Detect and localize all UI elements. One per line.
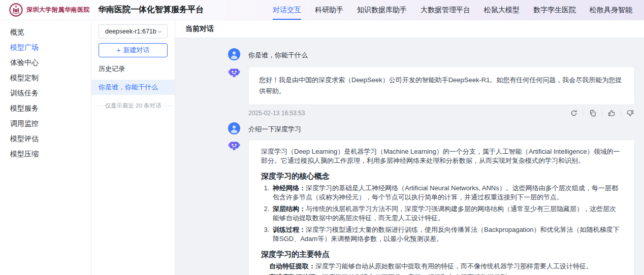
concept-term: 训练过程：	[273, 226, 306, 233]
current-conversation-header: 当前对话	[175, 20, 644, 38]
message-timestamp: 2025-02-13 16:53:53	[248, 110, 305, 117]
app-title: 华南医院一体化智算服务平台	[98, 5, 204, 15]
user-message: 你是谁，你能干什么	[228, 48, 635, 60]
list-item: 训练过程：深度学习模型通过大量的数据进行训练，使用反向传播算法（Backprop…	[271, 225, 622, 244]
ai-message: 深度学习（Deep Learning）是机器学习（Machine Learnin…	[228, 140, 635, 275]
history-item[interactable]: 你是谁，你能干什么	[91, 80, 175, 95]
ai-response-card: 您好！我是由中国的深度求索（DeepSeek）公司开发的智能助手DeepSeek…	[248, 66, 635, 105]
sidebar-item-model-customization[interactable]: 模型定制	[0, 70, 91, 85]
chat-scroll-area[interactable]: 你是谁，你能干什么 您好！我是由中国的深度求索（DeepSeek）公司开发的智能…	[175, 38, 644, 275]
ai-message: 您好！我是由中国的深度求索（DeepSeek）公司开发的智能助手DeepSeek…	[228, 66, 635, 105]
hospital-name: 深圳大学附属华南医院	[26, 6, 90, 14]
feature-text: 深度学习能够自动从原始数据中提取有用的特征，而不像传统机器学习那样需要人工设计特…	[315, 262, 593, 270]
nav-embodied-ai[interactable]: 松散具身智能	[590, 0, 632, 20]
sidebar-item-call-monitoring[interactable]: 调用监控	[0, 116, 91, 131]
nav-big-data-platform[interactable]: 大数据管理平台	[421, 0, 470, 20]
chat-main: 当前对话 你是谁，你能干什么	[175, 20, 644, 275]
model-select-dropdown[interactable]: deepseek-r1:671b	[99, 24, 168, 39]
top-nav: 对话交互 科研助手 知识数据库助手 大数据管理平台 松鼠大模型 数字孪生医院 松…	[273, 0, 632, 20]
sidebar-item-model-plaza[interactable]: 模型广场	[0, 40, 91, 55]
list-item: 神经网络：深度学习的基础是人工神经网络（Artificial Neural Ne…	[271, 184, 622, 202]
nav-research-assistant[interactable]: 科研助手	[315, 0, 343, 20]
sidebar-item-training-tasks[interactable]: 训练任务	[0, 85, 91, 100]
concept-text: 与传统的浅层机器学习方法不同，深度学习强调构建多层的网络结构（通常至少有三层隐藏…	[273, 205, 616, 222]
section-title-core-concepts: 深度学习的核心概念	[261, 171, 622, 181]
topbar: 深圳大学附属华南医院 华南医院一体化智算服务平台 对话交互 科研助手 知识数据库…	[0, 0, 644, 20]
main-layout: 概览 模型广场 体验中心 模型定制 训练任务 模型服务 调用监控 模型评估 模型…	[0, 20, 644, 275]
thumbs-up-icon[interactable]	[602, 110, 621, 117]
concept-text: 深度学习的基础是人工神经网络（Artificial Neural Network…	[273, 184, 618, 201]
message-actions	[565, 110, 635, 117]
concept-text: 深度学习模型通过大量的数据进行训练，使用反向传播算法（Backpropagati…	[273, 226, 620, 243]
concept-term: 神经网络：	[273, 184, 306, 192]
nav-knowledge-db-assistant[interactable]: 知识数据库助手	[357, 0, 407, 20]
user-avatar	[228, 48, 240, 60]
sidebar-item-experience-center[interactable]: 体验中心	[0, 55, 91, 70]
left-sidebar: 概览 模型广场 体验中心 模型定制 训练任务 模型服务 调用监控 模型评估 模型…	[0, 20, 91, 275]
nav-dialog-interaction[interactable]: 对话交互	[273, 0, 301, 20]
nav-digital-twin-hospital[interactable]: 数字孪生医院	[533, 0, 576, 20]
sidebar-item-model-services[interactable]: 模型服务	[0, 100, 91, 116]
new-chat-label: 新建对话	[123, 46, 150, 55]
list-item: 自动特征提取：深度学习能够自动从原始数据中提取有用的特征，而不像传统机器学习那样…	[269, 262, 622, 271]
deep-learning-intro: 深度学习（Deep Learning）是机器学习（Machine Learnin…	[261, 147, 622, 165]
new-chat-button[interactable]: + 新建对话	[99, 43, 168, 57]
chevron-down-icon	[157, 29, 163, 35]
hospital-emblem-icon	[9, 3, 23, 17]
sidebar-item-model-evaluation[interactable]: 模型评估	[0, 131, 91, 146]
main-features-list: 自动特征提取：深度学习能够自动从原始数据中提取有用的特征，而不像传统机器学习那样…	[269, 262, 622, 275]
nav-squirrel-llm[interactable]: 松鼠大模型	[484, 0, 520, 20]
list-item: 高维度数据处理：深度学习特别适合处理图像、音频、视频和文本等高维数据类型。	[269, 273, 622, 275]
message-meta-row: 2025-02-13 16:53:53	[248, 109, 635, 117]
core-concepts-list: 神经网络：深度学习的基础是人工神经网络（Artificial Neural Ne…	[261, 184, 622, 244]
thumbs-down-icon[interactable]	[621, 110, 635, 117]
refresh-icon[interactable]	[565, 110, 583, 117]
list-item: 深层结构：与传统的浅层机器学习方法不同，深度学习强调构建多层的网络结构（通常至少…	[271, 204, 622, 223]
user-avatar	[228, 122, 240, 134]
hospital-logo: 深圳大学附属华南医院	[9, 3, 90, 17]
history-footer-note: 仅显示最近 20 条对话	[94, 102, 172, 110]
model-select-value: deepseek-r1:671b	[105, 28, 156, 35]
copy-icon[interactable]	[583, 110, 602, 117]
ai-response-card: 深度学习（Deep Learning）是机器学习（Machine Learnin…	[248, 140, 635, 275]
user-message-text: 你是谁，你能干什么	[248, 48, 308, 60]
sidebar-item-overview[interactable]: 概览	[0, 24, 91, 40]
plus-icon: +	[116, 47, 120, 54]
concept-term: 深层结构：	[273, 205, 306, 213]
sidebar-item-model-compression[interactable]: 模型压缩	[0, 146, 91, 161]
ai-robot-avatar	[228, 66, 240, 79]
feature-term: 自动特征提取：	[269, 262, 315, 270]
ai-robot-avatar	[228, 140, 240, 152]
user-message: 介绍一下深度学习	[228, 122, 635, 134]
history-label: 历史记录	[99, 64, 168, 74]
user-message-text: 介绍一下深度学习	[248, 122, 301, 134]
section-title-main-features: 深度学习的主要特点	[261, 250, 622, 259]
conversation-sidebar: deepseek-r1:671b + 新建对话 历史记录 你是谁，你能干什么 仅…	[91, 20, 175, 275]
